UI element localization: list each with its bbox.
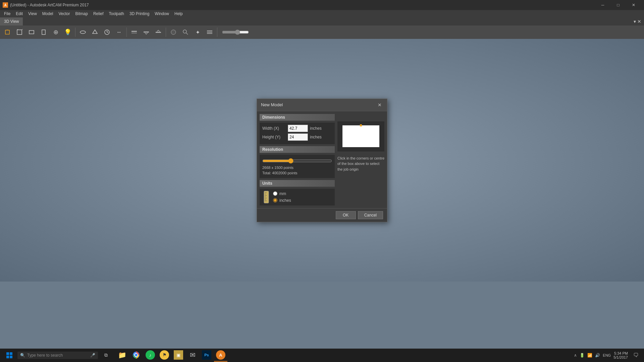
- toolbar-separator-1: [75, 27, 75, 37]
- minimize-button[interactable]: ─: [595, 0, 610, 10]
- menu-toolpath[interactable]: Toolpath: [106, 11, 127, 17]
- shape-button[interactable]: [90, 27, 100, 38]
- mail-button[interactable]: ✉: [186, 349, 199, 362]
- svg-rect-6: [42, 30, 45, 35]
- menu-vector[interactable]: Vector: [56, 11, 73, 17]
- preview-hint: Click in the corners or centre of the bo…: [337, 156, 384, 172]
- height-unit: inches: [310, 135, 322, 139]
- tab-bar: 3D View ▾ ✕: [0, 17, 644, 25]
- resolution-section-header: Resolution: [260, 146, 335, 153]
- menu-window[interactable]: Window: [152, 11, 172, 17]
- svg-rect-11: [131, 31, 137, 32]
- side-view-button[interactable]: [38, 27, 49, 38]
- taskbar-clock[interactable]: 5:34 PM 5/1/2017: [613, 351, 628, 359]
- zoom-fit-button[interactable]: ⊕: [50, 27, 61, 38]
- svg-rect-18: [207, 31, 212, 31]
- layer-down-button[interactable]: [141, 27, 152, 38]
- svg-rect-5: [29, 31, 34, 34]
- toolbar-separator-3: [166, 27, 166, 37]
- mm-radio-row[interactable]: mm: [273, 191, 291, 196]
- menu-model[interactable]: Model: [40, 11, 56, 17]
- menu-bitmap[interactable]: Bitmap: [73, 11, 91, 17]
- width-field-row: Width (X) inches: [262, 125, 332, 132]
- notification-button[interactable]: 🗨: [631, 349, 641, 362]
- maximize-button[interactable]: □: [610, 0, 626, 10]
- circle-tool-button[interactable]: [168, 27, 179, 38]
- start-button[interactable]: [3, 350, 16, 361]
- tab-3d-view[interactable]: 3D View: [0, 17, 23, 25]
- inches-radio[interactable]: [273, 198, 277, 202]
- menu-view[interactable]: View: [25, 11, 40, 17]
- svg-rect-12: [131, 33, 137, 34]
- dialog-body: Dimensions Width (X) inches Height (Y) i…: [257, 111, 387, 208]
- file-explorer-button[interactable]: 📁: [115, 349, 129, 362]
- svg-rect-2: [17, 30, 22, 35]
- network-icon: 📶: [587, 353, 592, 358]
- zoom-select-button[interactable]: [180, 27, 191, 38]
- layer-up-button[interactable]: [153, 27, 164, 38]
- height-input[interactable]: [288, 133, 308, 141]
- search-icon: 🔍: [20, 353, 25, 358]
- units-section: mm inches: [260, 189, 335, 205]
- resolution-points-xy: 2668 x 1500 points: [262, 165, 332, 171]
- spotify-button[interactable]: ♪: [144, 349, 157, 362]
- menu-relief[interactable]: Relief: [91, 11, 106, 17]
- preview-container: [337, 121, 384, 152]
- wand-button[interactable]: ✦: [192, 27, 203, 38]
- language-indicator[interactable]: ENG: [603, 353, 611, 357]
- task-view-button[interactable]: ⧉: [99, 349, 113, 362]
- clock-button[interactable]: [102, 27, 112, 38]
- mm-radio[interactable]: [273, 191, 277, 196]
- layers-button[interactable]: [204, 27, 215, 38]
- svg-point-7: [80, 31, 86, 34]
- taskbar-right: ∧ 🔋 📶 🔊 ENG 5:34 PM 5/1/2017 🗨: [574, 349, 641, 362]
- taskbar-search[interactable]: 🔍 Type here to search 🎤: [17, 352, 98, 359]
- menu-3dprinting[interactable]: 3D Printing: [127, 11, 152, 17]
- files-button[interactable]: ▣: [172, 349, 185, 362]
- cancel-button[interactable]: Cancel: [358, 211, 383, 219]
- resolution-total-points: Total: 4002000 points: [262, 170, 332, 176]
- svg-rect-20: [207, 33, 212, 34]
- perspective-view-button[interactable]: [2, 27, 13, 38]
- photoshop-button[interactable]: Ps: [200, 349, 213, 362]
- svg-rect-13: [144, 32, 149, 33]
- resolution-slider[interactable]: [262, 158, 332, 164]
- width-input[interactable]: [288, 125, 308, 132]
- ok-button[interactable]: OK: [336, 211, 356, 219]
- menu-edit[interactable]: Edit: [13, 11, 25, 17]
- svg-rect-31: [6, 356, 9, 358]
- artcam-button[interactable]: A: [214, 349, 227, 362]
- dialog-footer: OK Cancel: [257, 208, 387, 222]
- svg-point-16: [183, 30, 186, 33]
- window-title: (Untitled) - Autodesk ArtCAM Premium 201…: [10, 3, 89, 7]
- plane-button[interactable]: [77, 27, 88, 38]
- move-button[interactable]: ↔: [114, 27, 124, 38]
- dialog-title: New Model: [261, 102, 283, 107]
- clock-date: 5/1/2017: [613, 355, 628, 359]
- close-window-button[interactable]: ✕: [626, 0, 641, 10]
- layer-flat-button[interactable]: [129, 27, 140, 38]
- units-radio-group: mm inches: [273, 191, 291, 203]
- width-unit: inches: [310, 126, 322, 131]
- dialog-left-panel: Dimensions Width (X) inches Height (Y) i…: [260, 114, 335, 205]
- svg-marker-1: [5, 29, 9, 30]
- top-view-button[interactable]: [26, 27, 37, 38]
- dialog-close-button[interactable]: ✕: [376, 102, 383, 108]
- light-button[interactable]: 💡: [62, 27, 73, 38]
- chrome-button[interactable]: [129, 349, 143, 362]
- dimensions-section-header: Dimensions: [260, 114, 335, 121]
- window-controls: ─ □ ✕: [595, 0, 641, 10]
- menu-file[interactable]: File: [1, 11, 13, 17]
- tab-dropdown-arrow[interactable]: ▾ ✕: [634, 19, 641, 24]
- title-bar-left: A (Untitled) - Autodesk ArtCAM Premium 2…: [3, 2, 89, 8]
- front-view-button[interactable]: [14, 27, 25, 38]
- zoom-slider[interactable]: [222, 29, 249, 35]
- inches-radio-row[interactable]: inches: [273, 198, 291, 203]
- units-row: mm inches: [262, 191, 332, 203]
- toolbar: ⊕ 💡 ↔ ✦: [0, 25, 644, 39]
- preview-origin-marker: [360, 124, 362, 126]
- norton-button[interactable]: ⚑: [158, 349, 171, 362]
- height-field-row: Height (Y) inches: [262, 133, 332, 141]
- preview-box[interactable]: [342, 125, 379, 147]
- menu-help[interactable]: Help: [172, 11, 185, 17]
